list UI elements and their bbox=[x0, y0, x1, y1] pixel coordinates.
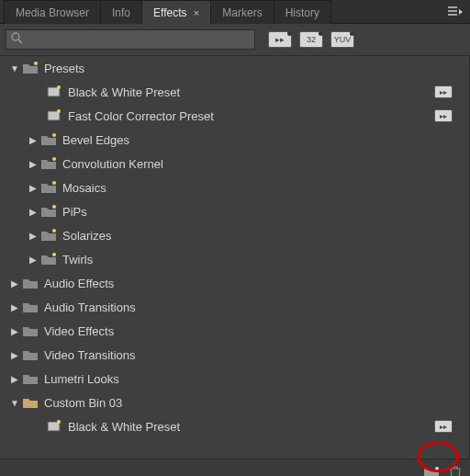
32bit-filter[interactable]: 32 bbox=[299, 31, 323, 48]
32bit-filter-label: 32 bbox=[307, 35, 316, 44]
filter-badges: ▸▸ 32 YUV bbox=[268, 31, 354, 48]
disclosure-closed-icon: ▶ bbox=[28, 183, 39, 193]
disclosure-closed-icon: ▶ bbox=[28, 135, 39, 145]
accelerated-filter-label: ▸▸ bbox=[275, 35, 285, 44]
disclosure-closed-icon: ▶ bbox=[9, 350, 20, 360]
disclosure-open-icon: ▼ bbox=[9, 398, 20, 408]
svg-point-4 bbox=[57, 85, 61, 89]
svg-point-6 bbox=[57, 109, 61, 113]
folder-solarizes[interactable]: ▶ Solarizes bbox=[0, 223, 469, 247]
tab-effects[interactable]: Effects × bbox=[141, 0, 211, 24]
disclosure-closed-icon: ▶ bbox=[9, 302, 20, 312]
svg-point-14 bbox=[57, 420, 61, 424]
folder-audio-effects[interactable]: ▶ Audio Effects bbox=[0, 271, 469, 295]
folder-icon bbox=[22, 300, 39, 313]
preset-black-white-2[interactable]: Black & White Preset ▸▸ bbox=[0, 414, 469, 438]
preset-label: Fast Color Corrector Preset bbox=[68, 109, 214, 123]
folder-label: Lumetri Looks bbox=[44, 372, 119, 386]
folder-label: Twirls bbox=[62, 253, 93, 266]
folder-icon bbox=[22, 62, 39, 74]
tab-info[interactable]: Info bbox=[100, 0, 142, 24]
folder-icon bbox=[22, 324, 39, 337]
folder-label: Custom Bin 03 bbox=[44, 396, 122, 410]
search-input[interactable] bbox=[6, 29, 255, 50]
folder-icon bbox=[40, 229, 57, 242]
folder-icon bbox=[22, 277, 39, 289]
preset-icon bbox=[46, 420, 62, 433]
folder-label: Solarizes bbox=[62, 229, 111, 243]
folder-pips[interactable]: ▶ PiPs bbox=[0, 199, 469, 223]
folder-icon bbox=[22, 396, 39, 409]
preset-black-white[interactable]: Black & White Preset ▸▸ bbox=[0, 80, 469, 104]
yuv-filter-label: YUV bbox=[334, 35, 352, 44]
folder-label: Audio Transitions bbox=[44, 300, 136, 314]
folder-label: Bevel Edges bbox=[62, 133, 129, 147]
folder-icon bbox=[40, 133, 57, 146]
disclosure-closed-icon: ▶ bbox=[9, 326, 20, 336]
folder-icon bbox=[40, 181, 57, 194]
folder-label: PiPs bbox=[62, 205, 87, 219]
tab-markers[interactable]: Markers bbox=[210, 0, 274, 24]
folder-icon bbox=[22, 372, 39, 385]
folder-mosaics[interactable]: ▶ Mosaics bbox=[0, 176, 469, 199]
search-row: ▸▸ 32 YUV bbox=[0, 24, 470, 56]
new-custom-bin-button[interactable] bbox=[422, 464, 441, 477]
yuv-filter[interactable]: YUV bbox=[330, 31, 354, 48]
folder-bevel-edges[interactable]: ▶ Bevel Edges bbox=[0, 128, 469, 152]
svg-point-9 bbox=[52, 181, 56, 185]
panel-footer bbox=[0, 459, 470, 476]
svg-point-8 bbox=[52, 157, 56, 161]
tab-effects-label: Effects bbox=[153, 6, 186, 19]
preset-fast-color-corrector[interactable]: Fast Color Corrector Preset ▸▸ bbox=[0, 104, 469, 128]
effects-tree[interactable]: ▼ Presets Black & White Preset ▸▸ Fast C… bbox=[0, 56, 470, 459]
folder-label: Audio Effects bbox=[44, 277, 114, 290]
panel-menu-button[interactable] bbox=[446, 5, 464, 19]
folder-label: Presets bbox=[44, 62, 84, 75]
folder-icon bbox=[22, 348, 39, 361]
folder-twirls[interactable]: ▶ Twirls bbox=[0, 247, 469, 271]
delete-button[interactable] bbox=[446, 464, 464, 477]
disclosure-closed-icon: ▶ bbox=[28, 231, 39, 241]
folder-audio-transitions[interactable]: ▶ Audio Transitions bbox=[0, 295, 469, 319]
folder-icon bbox=[40, 205, 57, 218]
folder-label: Video Transitions bbox=[44, 348, 136, 362]
folder-lumetri-looks[interactable]: ▶ Lumetri Looks bbox=[0, 367, 469, 391]
accelerated-badge-icon: ▸▸ bbox=[434, 109, 453, 122]
accelerated-badge-icon: ▸▸ bbox=[434, 420, 453, 433]
svg-point-7 bbox=[52, 133, 56, 137]
folder-label: Convolution Kernel bbox=[62, 157, 163, 171]
search-wrap bbox=[6, 29, 255, 50]
folder-video-transitions[interactable]: ▶ Video Transitions bbox=[0, 343, 469, 367]
svg-point-2 bbox=[34, 62, 38, 65]
disclosure-open-icon: ▼ bbox=[9, 63, 20, 74]
accelerated-badge-icon: ▸▸ bbox=[434, 85, 453, 98]
disclosure-closed-icon: ▶ bbox=[28, 207, 39, 217]
folder-custom-bin-03[interactable]: ▼ Custom Bin 03 bbox=[0, 391, 469, 414]
preset-icon bbox=[46, 85, 62, 98]
folder-icon bbox=[40, 253, 57, 266]
folder-icon bbox=[40, 157, 57, 170]
tab-media-browser[interactable]: Media Browser bbox=[4, 0, 101, 24]
folder-presets[interactable]: ▼ Presets bbox=[0, 56, 469, 80]
folder-label: Video Effects bbox=[44, 324, 114, 338]
accelerated-effects-filter[interactable]: ▸▸ bbox=[268, 31, 292, 48]
preset-label: Black & White Preset bbox=[68, 85, 180, 99]
svg-point-12 bbox=[52, 253, 56, 256]
close-icon[interactable]: × bbox=[194, 7, 199, 18]
disclosure-closed-icon: ▶ bbox=[28, 255, 39, 265]
svg-point-10 bbox=[52, 205, 56, 209]
folder-label: Mosaics bbox=[62, 181, 106, 195]
tab-history[interactable]: History bbox=[274, 0, 331, 24]
svg-point-11 bbox=[52, 229, 56, 232]
disclosure-closed-icon: ▶ bbox=[28, 159, 39, 169]
panel-tabbar: Media Browser Info Effects × Markers His… bbox=[0, 0, 470, 24]
folder-convolution-kernel[interactable]: ▶ Convolution Kernel bbox=[0, 152, 469, 176]
disclosure-closed-icon: ▶ bbox=[9, 278, 20, 289]
preset-icon bbox=[46, 109, 62, 122]
disclosure-closed-icon: ▶ bbox=[9, 374, 20, 384]
preset-label: Black & White Preset bbox=[68, 420, 180, 434]
svg-point-15 bbox=[435, 467, 439, 470]
folder-video-effects[interactable]: ▶ Video Effects bbox=[0, 319, 469, 343]
